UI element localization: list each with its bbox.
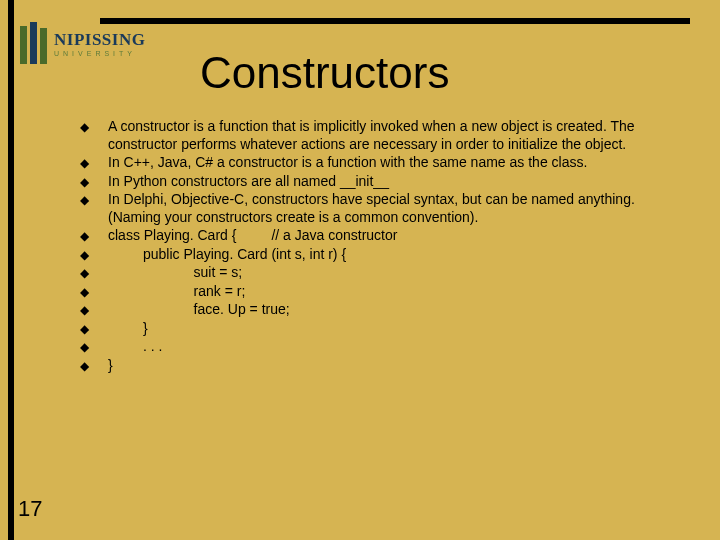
list-item: ◆ rank = r; [80,283,690,301]
bullet-text: In Delphi, Objective-C, constructors hav… [108,191,690,226]
bullet-text: public Playing. Card (int s, int r) { [108,246,690,264]
list-item: ◆ suit = s; [80,264,690,282]
bullet-list: ◆A constructor is a function that is imp… [80,118,690,375]
bullet-icon: ◆ [80,264,108,281]
list-item: ◆In C++, Java, C# a constructor is a fun… [80,154,690,172]
bullet-icon: ◆ [80,118,108,135]
bullet-icon: ◆ [80,338,108,355]
list-item: ◆ public Playing. Card (int s, int r) { [80,246,690,264]
list-item: ◆A constructor is a function that is imp… [80,118,690,153]
list-item: ◆ face. Up = true; [80,301,690,319]
page-number: 17 [18,496,42,522]
bullet-icon: ◆ [80,154,108,171]
bullet-text: } [108,320,690,338]
svg-rect-2 [40,28,47,64]
vertical-rule [8,0,14,540]
logo-sub-text: UNIVERSITY [54,50,145,57]
bullet-text: face. Up = true; [108,301,690,319]
logo: NIPISSING UNIVERSITY [18,18,178,70]
bullet-icon: ◆ [80,301,108,318]
bullet-text: class Playing. Card { // a Java construc… [108,227,690,245]
bullet-text: . . . [108,338,690,356]
bullet-text: In C++, Java, C# a constructor is a func… [108,154,690,172]
list-item: ◆ } [80,320,690,338]
bullet-icon: ◆ [80,227,108,244]
list-item: ◆class Playing. Card { // a Java constru… [80,227,690,245]
bullet-text: A constructor is a function that is impl… [108,118,690,153]
bullet-icon: ◆ [80,246,108,263]
bullet-text: rank = r; [108,283,690,301]
bullet-text: suit = s; [108,264,690,282]
bullet-icon: ◆ [80,357,108,374]
bullet-icon: ◆ [80,320,108,337]
logo-mark-icon [18,22,48,66]
horizontal-rule [100,18,690,24]
list-item: ◆} [80,357,690,375]
list-item: ◆ . . . [80,338,690,356]
slide-title: Constructors [200,48,449,98]
bullet-text: } [108,357,690,375]
logo-main-text: NIPISSING [54,31,145,48]
bullet-icon: ◆ [80,283,108,300]
bullet-icon: ◆ [80,173,108,190]
svg-rect-0 [20,26,27,64]
bullet-text: In Python constructors are all named __i… [108,173,690,191]
list-item: ◆In Python constructors are all named __… [80,173,690,191]
list-item: ◆In Delphi, Objective-C, constructors ha… [80,191,690,226]
bullet-icon: ◆ [80,191,108,208]
svg-rect-1 [30,22,37,64]
